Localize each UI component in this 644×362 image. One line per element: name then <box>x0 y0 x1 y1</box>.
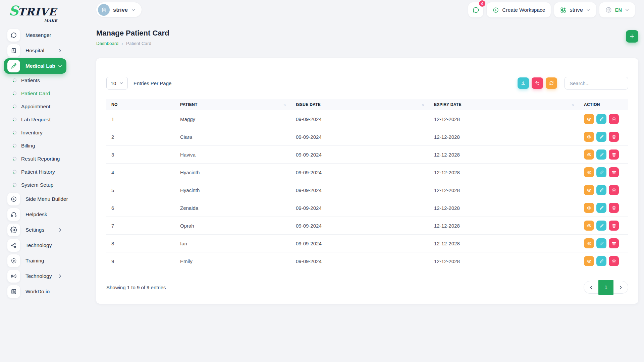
broadcast-icon <box>7 270 20 283</box>
sidebar-item-technology-2[interactable]: Technology <box>0 268 66 284</box>
search-input[interactable] <box>565 77 628 89</box>
eye-icon <box>587 134 592 139</box>
pencil-icon <box>599 259 604 264</box>
breadcrumb-dashboard-link[interactable]: Dashboard <box>96 41 118 46</box>
sidebar-subitem-patient-history[interactable]: Patient History <box>0 165 66 178</box>
cell-issue-date: 09-09-2024 <box>291 241 429 246</box>
previous-page-button[interactable] <box>584 281 598 293</box>
trash-icon <box>611 188 616 193</box>
edit-button[interactable] <box>596 167 606 177</box>
sidebar-item-label: Medical Lab <box>25 63 55 69</box>
cell-patient: Zenaida <box>175 205 291 211</box>
delete-button[interactable] <box>609 167 619 177</box>
view-button[interactable] <box>584 203 594 213</box>
entries-per-page-select[interactable]: 10 <box>106 77 128 89</box>
next-page-button[interactable] <box>613 281 628 293</box>
pencil-icon <box>599 152 604 157</box>
table-row: 2 Ciara 09-09-2024 12-12-2028 <box>106 128 628 146</box>
column-header-issue-date[interactable]: ISSUE DATE↑↓ <box>291 102 429 107</box>
view-button[interactable] <box>584 238 594 248</box>
sidebar-item-settings[interactable]: Settings <box>0 222 66 238</box>
trash-icon <box>611 223 616 228</box>
delete-button[interactable] <box>609 132 619 142</box>
edit-button[interactable] <box>596 256 606 266</box>
edit-button[interactable] <box>596 238 606 248</box>
delete-button[interactable] <box>609 221 619 231</box>
sidebar-item-messenger[interactable]: Messenger <box>0 27 66 43</box>
view-button[interactable] <box>584 167 594 177</box>
cell-issue-date: 09-09-2024 <box>291 134 429 140</box>
sidebar-item-hospital[interactable]: Hospital <box>0 43 66 58</box>
edit-button[interactable] <box>596 221 606 231</box>
sort-icon[interactable]: ↑↓ <box>572 103 574 107</box>
edit-button[interactable] <box>596 114 606 124</box>
delete-button[interactable] <box>609 238 619 248</box>
workspace-dropdown[interactable]: strive <box>554 2 596 17</box>
language-selector[interactable]: EN <box>599 2 635 17</box>
edit-button[interactable] <box>596 203 606 213</box>
sidebar-subitem-appointment[interactable]: Appointment <box>0 100 66 113</box>
sidebar-subitem-billing[interactable]: Billing <box>0 139 66 152</box>
cell-no: 4 <box>106 170 175 175</box>
page-header: Manage Patient Card Dashboard › Patient … <box>96 29 638 46</box>
column-header-action: ACTION <box>579 102 628 107</box>
workspace-selector[interactable]: strive <box>96 2 142 17</box>
topbar: strive 0 Create Workspace strive EN <box>86 0 644 19</box>
delete-button[interactable] <box>609 256 619 266</box>
view-button[interactable] <box>584 221 594 231</box>
delete-button[interactable] <box>609 203 619 213</box>
edit-button[interactable] <box>596 132 606 142</box>
chevron-right-icon <box>58 48 62 53</box>
delete-button[interactable] <box>609 114 619 124</box>
cell-actions <box>579 221 628 231</box>
sidebar-item-workdo-io[interactable]: WorkDo.io <box>0 284 66 299</box>
sidebar-item-label: WorkDo.io <box>25 289 50 295</box>
brand-initial: S <box>9 3 18 18</box>
create-workspace-button[interactable]: Create Workspace <box>487 2 551 17</box>
sidebar-subitem-lab-request[interactable]: Lab Request <box>0 113 66 126</box>
undo-icon <box>535 80 540 86</box>
add-patient-card-button[interactable] <box>626 30 638 43</box>
pencil-icon <box>599 241 604 246</box>
sidebar-subitem-inventory[interactable]: Inventory <box>0 126 66 139</box>
view-button[interactable] <box>584 256 594 266</box>
sidebar-item-medical-lab[interactable]: Medical Lab <box>4 58 66 74</box>
view-button[interactable] <box>584 132 594 142</box>
sidebar-subitem-system-setup[interactable]: System Setup <box>0 178 66 191</box>
sidebar-subitem-patient-card[interactable]: Patient Card <box>0 87 66 100</box>
undo-button[interactable] <box>532 77 543 89</box>
messages-badge: 0 <box>479 0 485 7</box>
cell-no: 6 <box>106 205 175 211</box>
sort-icon[interactable]: ↑↓ <box>283 103 286 107</box>
language-label: EN <box>615 7 622 13</box>
table-header-row: NO PATIENT↑↓ ISSUE DATE↑↓ EXPIRY DATE↑↓ … <box>106 99 628 110</box>
main-content: Manage Patient Card Dashboard › Patient … <box>86 19 644 304</box>
eye-icon <box>587 205 592 210</box>
view-button[interactable] <box>584 185 594 195</box>
sidebar-item-helpdesk[interactable]: Helpdesk <box>0 207 66 222</box>
edit-button[interactable] <box>596 149 606 160</box>
export-button[interactable] <box>518 77 529 89</box>
column-header-patient[interactable]: PATIENT↑↓ <box>175 102 291 107</box>
column-header-expiry-date[interactable]: EXPIRY DATE↑↓ <box>429 102 579 107</box>
bullet-ring-icon <box>12 130 17 135</box>
chevron-left-icon <box>589 285 593 290</box>
sidebar-item-technology[interactable]: Technology <box>0 238 66 253</box>
delete-button[interactable] <box>609 149 619 160</box>
page-1-button[interactable]: 1 <box>598 280 613 295</box>
plus-circle-icon <box>492 7 499 13</box>
sidebar-item-training[interactable]: Training <box>0 253 66 268</box>
brand-logo[interactable]: STRIVE MAKE <box>0 4 86 25</box>
edit-button[interactable] <box>596 185 606 195</box>
messages-button[interactable]: 0 <box>468 2 483 17</box>
sidebar-subitem-result-reporting[interactable]: Result Reporting <box>0 152 66 165</box>
delete-button[interactable] <box>609 185 619 195</box>
sidebar-subitem-patients[interactable]: Patients <box>0 74 66 87</box>
view-button[interactable] <box>584 149 594 160</box>
view-button[interactable] <box>584 114 594 124</box>
refresh-button[interactable] <box>546 77 557 89</box>
bullet-ring-icon <box>12 156 17 161</box>
bullet-ring-icon <box>12 117 17 122</box>
sort-icon[interactable]: ↑↓ <box>422 103 424 107</box>
sidebar-item-side-menu-builder[interactable]: Side Menu Builder <box>0 191 66 207</box>
